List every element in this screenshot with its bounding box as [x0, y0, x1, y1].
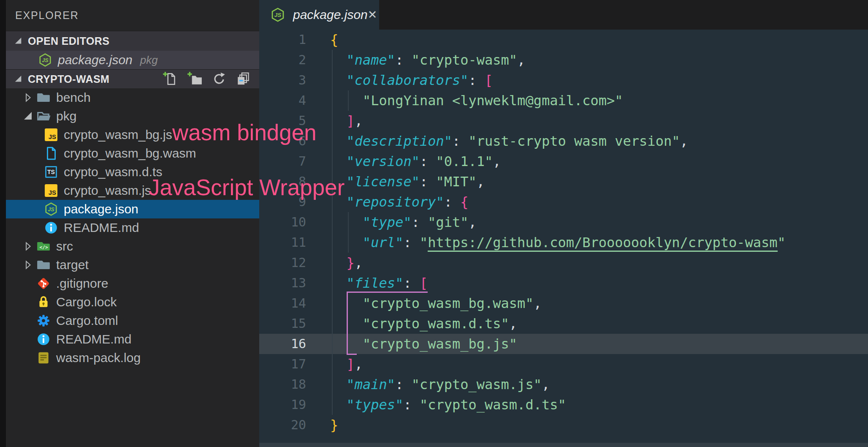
- lock-icon: [36, 295, 51, 309]
- tree-item-target[interactable]: target: [6, 256, 259, 274]
- code-token: ,: [542, 376, 550, 392]
- code-token: [330, 234, 363, 251]
- code-token: [: [420, 275, 428, 291]
- code-token: :: [420, 153, 436, 169]
- open-editors-header[interactable]: OPEN EDITORS: [6, 31, 259, 51]
- code-token: [330, 52, 347, 68]
- tree-item-bench[interactable]: bench: [6, 88, 259, 107]
- code-token: "type": [363, 214, 412, 230]
- tree-item-label: crypto_wasm.d.ts: [64, 165, 162, 179]
- code-token: :: [395, 52, 412, 68]
- code-token: [330, 113, 347, 129]
- line-number: 1: [259, 30, 306, 50]
- code-text: "crypto_wasm_bg.js": [306, 334, 517, 354]
- tab-package-json[interactable]: JS package.json ✕: [259, 0, 379, 30]
- tree-item-cargo-lock[interactable]: Cargo.lock: [6, 293, 259, 311]
- code-line-13[interactable]: 13 "files": [: [259, 273, 868, 293]
- code-line-16[interactable]: 16 "crypto_wasm_bg.js": [259, 334, 868, 354]
- svg-text:JS: JS: [274, 12, 282, 18]
- editor-bottom-scrollbar[interactable]: [259, 443, 868, 447]
- code-token: ": [778, 234, 786, 251]
- code-token: }: [347, 255, 355, 271]
- url-link[interactable]: https://github.com/Brooooooklyn/crypto-w…: [428, 234, 777, 252]
- folder-icon: [36, 90, 51, 105]
- code-text: "collaborators": [: [306, 70, 493, 90]
- tree-item-wasm-pack-log[interactable]: wasm-pack.log: [6, 349, 259, 367]
- sidebar-title: EXPLORER: [6, 0, 259, 31]
- code-token: [330, 275, 347, 291]
- code-token: :: [403, 397, 420, 413]
- project-section-header[interactable]: CRYPTO-WASM: [6, 69, 259, 88]
- tree-item-readme-md[interactable]: README.md: [6, 330, 259, 349]
- js-icon: JS: [44, 183, 58, 198]
- code-token: :: [403, 275, 420, 291]
- code-line-5[interactable]: 5 ],: [259, 111, 868, 131]
- svg-text:JS: JS: [48, 206, 54, 213]
- open-editor-item-package-json[interactable]: JS package.json pkg: [6, 51, 259, 69]
- code-line-19[interactable]: 19 "types": "crypto_wasm.d.ts": [259, 395, 868, 415]
- new-folder-icon[interactable]: [187, 71, 203, 87]
- code-line-10[interactable]: 10 "type": "git",: [259, 212, 868, 232]
- code-line-1[interactable]: 1{: [259, 30, 868, 50]
- chevron-right-icon[interactable]: [21, 240, 35, 253]
- tree-item-src[interactable]: </>src: [6, 237, 259, 256]
- line-number: 17: [259, 354, 306, 374]
- code-text: "crypto_wasm_bg.wasm",: [306, 293, 542, 313]
- code-text: ],: [306, 354, 363, 374]
- code-line-3[interactable]: 3 "collaborators": [: [259, 70, 868, 90]
- refresh-icon[interactable]: [211, 71, 227, 87]
- code-text: "crypto_wasm.d.ts",: [306, 313, 517, 334]
- tree-item-label: crypto_wasm_bg.js: [64, 128, 172, 142]
- close-icon[interactable]: ✕: [368, 9, 377, 21]
- code-token: :: [420, 174, 436, 190]
- code-token: [330, 153, 347, 169]
- chevron-right-icon[interactable]: [21, 258, 35, 272]
- code-line-2[interactable]: 2 "name": "crypto-wasm",: [259, 50, 868, 70]
- code-line-12[interactable]: 12 },: [259, 253, 868, 273]
- code-editor[interactable]: 1{2 "name": "crypto-wasm",3 "collaborato…: [259, 30, 868, 443]
- tree-item-package-json[interactable]: JSpackage.json: [6, 200, 259, 218]
- tree-item-crypto-wasm-bg-wasm[interactable]: crypto_wasm_bg.wasm: [6, 144, 259, 163]
- code-line-9[interactable]: 9 "repository": {: [259, 192, 868, 212]
- code-line-17[interactable]: 17 ],: [259, 354, 868, 374]
- code-token: ]: [347, 113, 355, 129]
- code-line-6[interactable]: 6 "description": "rust-crypto wasm versi…: [259, 131, 868, 151]
- code-line-15[interactable]: 15 "crypto_wasm.d.ts",: [259, 313, 868, 334]
- tree-item-readme-md[interactable]: README.md: [6, 218, 259, 237]
- chevron-right-icon[interactable]: [21, 91, 35, 104]
- chevron-spacer: [21, 333, 35, 346]
- twistie-down-icon[interactable]: [21, 109, 35, 123]
- code-token: {: [460, 194, 468, 210]
- open-editor-file-label: package.json: [58, 53, 133, 67]
- code-token: [330, 316, 363, 332]
- code-text: },: [306, 253, 363, 273]
- code-line-20[interactable]: 20}: [259, 415, 868, 435]
- code-text: }: [306, 415, 338, 435]
- code-line-4[interactable]: 4 "LongYinan <lynweklm@gmail.com>": [259, 90, 868, 111]
- code-line-11[interactable]: 11 "url": "https://github.com/Brooooookl…: [259, 232, 868, 253]
- code-line-7[interactable]: 7 "version": "0.1.1",: [259, 151, 868, 172]
- code-token: :: [469, 72, 485, 88]
- code-line-18[interactable]: 18 "main": "crypto_wasm.js",: [259, 374, 868, 395]
- line-number: 7: [259, 151, 306, 172]
- editor-tab-bar: JS package.json ✕: [259, 0, 868, 30]
- tree-item-cargo-toml[interactable]: Cargo.toml: [6, 311, 259, 330]
- tree-item--gitignore[interactable]: .gitignore: [6, 274, 259, 293]
- code-text: "types": "crypto_wasm.d.ts": [306, 395, 566, 415]
- chevron-spacer: [21, 295, 35, 309]
- code-token: "crypto_wasm_bg.js": [363, 336, 517, 352]
- vscode-window: EXPLORER OPEN EDITORS JS package.json pk…: [0, 0, 868, 447]
- twistie-expanded-icon[interactable]: [13, 35, 24, 46]
- code-line-14[interactable]: 14 "crypto_wasm_bg.wasm",: [259, 293, 868, 313]
- code-line-8[interactable]: 8 "license": "MIT",: [259, 172, 868, 192]
- code-token: "repository": [347, 194, 444, 210]
- code-token: "crypto_wasm.d.ts": [363, 316, 509, 332]
- code-token: "crypto_wasm_bg.wasm": [363, 295, 534, 311]
- code-token: "url": [363, 234, 403, 251]
- twistie-expanded-icon[interactable]: [13, 74, 24, 84]
- new-file-icon[interactable]: [162, 71, 178, 87]
- collapse-all-icon[interactable]: [236, 71, 252, 87]
- code-token: [330, 93, 363, 109]
- code-token: }: [330, 417, 338, 433]
- node-icon: JS: [38, 53, 52, 67]
